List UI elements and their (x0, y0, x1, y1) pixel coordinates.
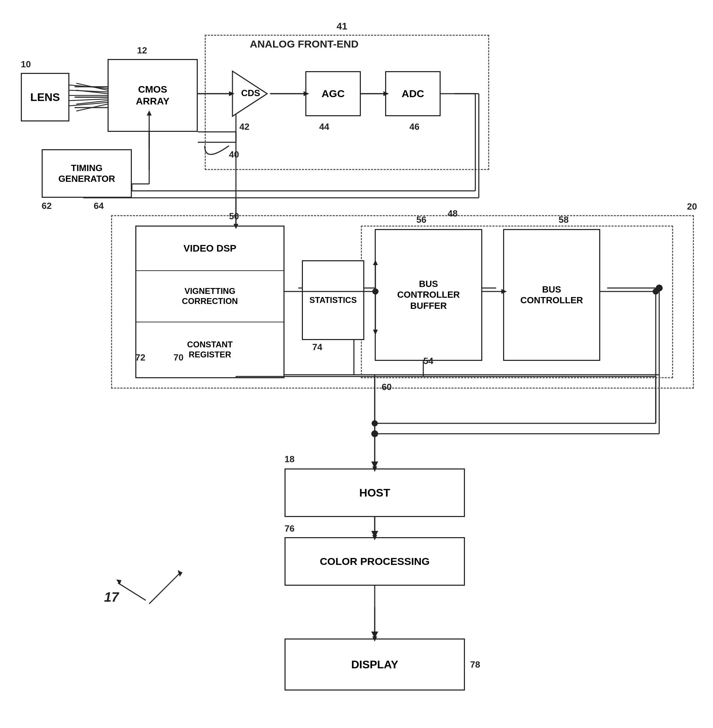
ref-72: 72 (135, 352, 145, 363)
analog-front-end-label: ANALOG FRONT-END (250, 38, 358, 50)
svg-line-50 (69, 90, 108, 92)
svg-line-7 (76, 104, 107, 111)
bus-controller-buffer-block: BUS CONTROLLER BUFFER (375, 229, 482, 361)
agc-block: AGC (305, 71, 361, 116)
ref-78: 78 (470, 659, 480, 670)
svg-line-49 (69, 85, 108, 88)
bus-controller-buffer-label: BUS CONTROLLER BUFFER (397, 279, 460, 311)
ref-18: 18 (285, 454, 295, 465)
video-dsp-label: VIDEO DSP (136, 227, 283, 271)
video-dsp-outer: VIDEO DSP VIGNETTING CORRECTION CONSTANT… (135, 225, 285, 378)
ref-74: 74 (312, 342, 322, 352)
display-block: DISPLAY (285, 638, 465, 691)
color-processing-label: COLOR PROCESSING (320, 555, 430, 568)
bus-controller-label: BUS CONTROLLER (521, 284, 583, 306)
ref-44: 44 (319, 121, 329, 132)
svg-marker-37 (371, 531, 378, 538)
ref-56: 56 (416, 215, 427, 225)
ref-62: 62 (42, 201, 52, 211)
svg-line-6 (76, 101, 107, 104)
cds-triangle-svg: CDS (229, 68, 271, 120)
timing-generator-block: TIMING GENERATOR (42, 149, 132, 198)
lens-label: LENS (30, 91, 60, 104)
svg-line-3 (76, 83, 107, 90)
svg-point-33 (371, 430, 378, 437)
svg-line-4 (76, 90, 107, 94)
ref-48: 48 (447, 208, 458, 219)
ref-12: 12 (137, 45, 147, 56)
ref-20: 20 (687, 201, 697, 212)
color-processing-block: COLOR PROCESSING (285, 537, 465, 586)
svg-marker-39 (371, 631, 378, 638)
timing-generator-label: TIMING GENERATOR (58, 163, 115, 184)
ref-41: 41 (337, 21, 347, 32)
constant-register-label: CONSTANT REGISTER (136, 322, 283, 377)
vignetting-correction-label: VIGNETTING CORRECTION (136, 271, 283, 322)
ref17-arrow (111, 576, 153, 604)
ref-40: 40 (229, 149, 239, 160)
cmos-array-block: CMOS ARRAY (107, 59, 198, 132)
cds-block: CDS (229, 68, 271, 121)
cmos-array-label: CMOS ARRAY (136, 84, 170, 107)
ref-64: 64 (94, 201, 104, 211)
adc-label: ADC (402, 88, 424, 100)
display-label: DISPLAY (351, 658, 398, 671)
ref-42: 42 (239, 121, 249, 132)
svg-line-53 (69, 102, 108, 106)
ref-10: 10 (21, 59, 31, 70)
bus-controller-block: BUS CONTROLLER (503, 229, 600, 361)
lens-block: LENS (21, 73, 69, 121)
adc-block: ADC (385, 71, 441, 116)
svg-marker-97 (178, 570, 182, 577)
svg-line-47 (118, 583, 146, 600)
ref-76: 76 (285, 523, 295, 534)
ref-58: 58 (559, 215, 569, 225)
host-label: HOST (359, 486, 390, 499)
svg-text:CDS: CDS (241, 88, 260, 98)
diagram: LENS 10 CMOS ARRAY 12 ANALOG FRONT-END 4… (0, 0, 713, 728)
ref-70: 70 (173, 352, 183, 363)
statistics-block: STATISTICS (302, 260, 364, 340)
statistics-label: STATISTICS (309, 295, 356, 305)
agc-label: AGC (322, 88, 345, 100)
ref-50: 50 (229, 211, 239, 222)
svg-point-84 (371, 420, 378, 427)
svg-line-96 (149, 573, 180, 604)
ref-46: 46 (409, 121, 419, 132)
host-block: HOST (285, 468, 465, 517)
ref-60: 60 (382, 382, 392, 392)
svg-line-52 (69, 99, 108, 101)
ref-54: 54 (423, 356, 433, 366)
svg-marker-35 (371, 461, 378, 468)
